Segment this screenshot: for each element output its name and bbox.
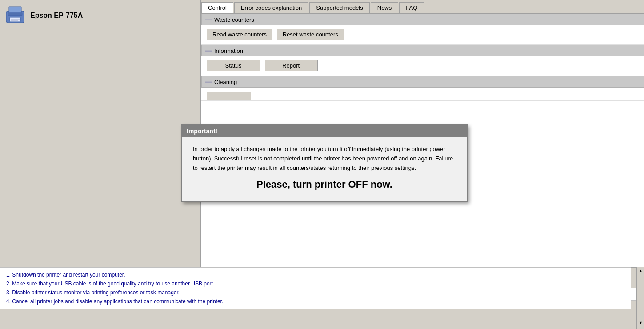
scroll-up-arrow[interactable]: ▲ [637, 267, 644, 274]
modal-body-text: In order to apply all changes made to th… [193, 145, 456, 173]
tip-4: 4. Cancel all printer jobs and disable a… [6, 297, 625, 306]
modal-body: In order to apply all changes made to th… [182, 137, 467, 201]
modal-title-bar: Important! [182, 125, 467, 137]
modal-overlay: Important! In order to apply all changes… [0, 0, 644, 267]
modal-title: Important! [187, 128, 217, 135]
tip-3: 3. Disable printer status monitor via pr… [6, 288, 625, 297]
tip-1: 1. Shutdown the printer and restart your… [6, 270, 625, 279]
scroll-track [637, 274, 644, 319]
scroll-down-arrow[interactable]: ▼ [637, 319, 644, 326]
modal-big-text: Please, turn printer OFF now. [193, 179, 456, 190]
modal-dialog: Important! In order to apply all changes… [181, 124, 468, 202]
bottom-bar: ↻ Refresh detected printers list Reset C… [0, 267, 644, 329]
tips-area: 1. Shutdown the printer and restart your… [0, 267, 631, 309]
tip-2: 2. Make sure that your USB cable is of t… [6, 279, 625, 288]
scrollbar-area: ▲ ▼ [636, 267, 644, 329]
